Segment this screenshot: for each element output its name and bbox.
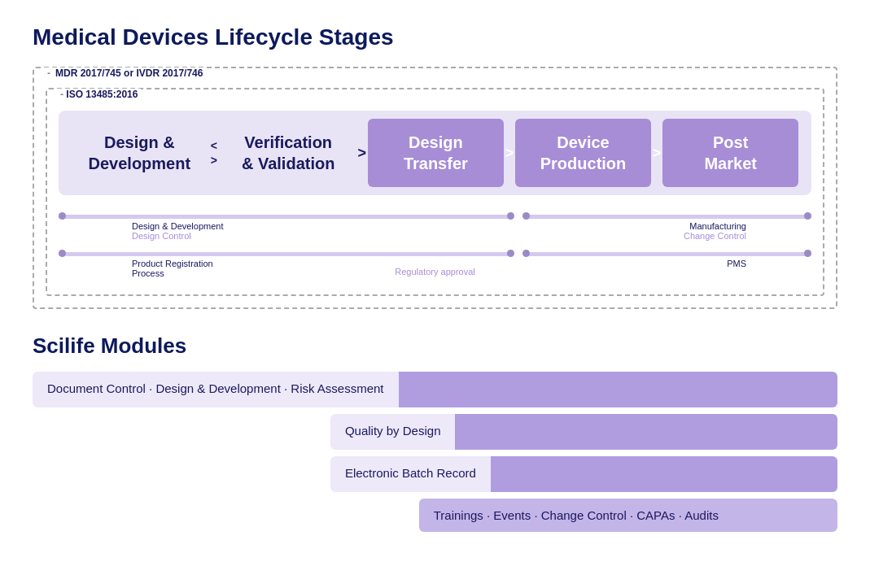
mdr-container: MDR 2017/745 or IVDR 2017/746 ISO 13485:… [33, 67, 837, 309]
timeline-label-left-1: Design & Development Design Control [132, 221, 224, 241]
stage-design-dev: Design &Development [72, 119, 208, 187]
mdr-label: MDR 2017/745 or IVDR 2017/746 [44, 68, 206, 79]
module-row-3-spacer [33, 456, 330, 492]
timeline-label-left-bottom-1: Design Control [132, 231, 224, 241]
arrow-prod-post: > [651, 119, 663, 187]
timeline-dot-right-end-1 [804, 212, 811, 220]
timeline-dot-right-end-2 [804, 250, 811, 257]
stage-post-market: PostMarket [662, 119, 798, 187]
module-row-3: Electronic Batch Record [33, 456, 837, 492]
stage-post-market-label: PostMarket [704, 132, 756, 174]
timeline-row-2: Product RegistrationProcess Regulatory a… [59, 244, 811, 283]
timeline-label-right-bottom-1: Change Control [684, 231, 746, 241]
module-row-3-center: Electronic Batch Record [330, 456, 491, 492]
modules-section: Document Control · Design & Development … [33, 372, 837, 532]
arrow-verif-transfer: > [356, 119, 369, 187]
iso-label: ISO 13485:2016 [57, 89, 141, 100]
module-row-2: Quality by Design [33, 414, 837, 450]
stage-device-prod: DeviceProduction [515, 119, 651, 187]
arrow-design-dev: < > [208, 119, 221, 187]
stage-design-transfer: DesignTransfer [368, 119, 504, 187]
module-row-1: Document Control · Design & Development … [33, 372, 837, 407]
timeline-label-right-top-1: Manufacturing [684, 221, 746, 231]
module-row-2-spacer [33, 414, 330, 450]
module-row-2-center: Quality by Design [330, 414, 456, 450]
timeline-bar-left-1 [59, 215, 510, 219]
stage-design-transfer-label: DesignTransfer [404, 132, 468, 174]
timeline-dot-left-end-1 [507, 212, 514, 220]
timeline-label-left-2: Product RegistrationProcess [132, 259, 213, 278]
timeline-row-1: Design & Development Design Control Manu… [59, 207, 811, 241]
stage-verif-valid-label: Verification& Validation [242, 132, 334, 174]
timeline-dot-right-start-2 [522, 250, 530, 257]
timeline-label-left-top-1: Design & Development [132, 221, 224, 231]
timeline-dot-right-start-1 [522, 212, 530, 220]
module-row-3-right [491, 456, 837, 492]
iso-container: ISO 13485:2016 Design &Development < > V… [46, 88, 824, 296]
stage-device-prod-label: DeviceProduction [540, 132, 627, 174]
timeline-regulatory-label: Regulatory approval [395, 267, 474, 277]
timeline-label-right-top-2: PMS [727, 259, 746, 268]
timeline-label-left-top-2: Product RegistrationProcess [132, 259, 213, 278]
timeline-dot-left-end-2 [507, 250, 514, 257]
module-row-1-left: Document Control · Design & Development … [33, 372, 399, 407]
timeline-label-right-2: PMS [727, 259, 746, 268]
stage-design-dev-label: Design &Development [89, 132, 191, 174]
timeline-dot-left-start-2 [59, 250, 66, 257]
module-row-4: Trainings · Events · Change Control · CA… [33, 499, 837, 532]
module-row-1-right [399, 372, 837, 407]
arrow-transfer-prod: > [504, 119, 516, 187]
page-title: Medical Devices Lifecycle Stages [33, 24, 837, 50]
timeline-bar-left-2 [59, 252, 510, 256]
timeline-bar-right-1 [526, 215, 812, 219]
timeline-section: Design & Development Design Control Manu… [59, 207, 811, 283]
module-row-4-content: Trainings · Events · Change Control · CA… [419, 499, 837, 532]
timeline-dot-left-start-1 [59, 212, 66, 220]
scilife-title: Scilife Modules [33, 333, 837, 359]
module-row-2-right [455, 414, 837, 450]
stages-row: Design &Development < > Verification& Va… [59, 111, 811, 195]
timeline-bar-right-2 [526, 252, 812, 256]
timeline-label-right-1: Manufacturing Change Control [684, 221, 746, 241]
stage-verif-valid: Verification& Validation [221, 119, 356, 187]
module-row-4-spacer [33, 499, 419, 532]
timeline-label-center-2: Regulatory approval [395, 267, 474, 277]
